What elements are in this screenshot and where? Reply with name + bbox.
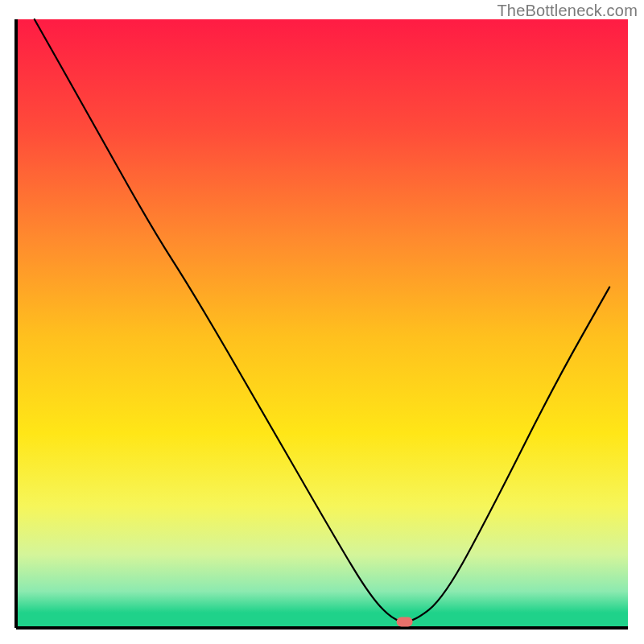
gradient-background: [16, 19, 628, 628]
chart-stage: TheBottleneck.com: [0, 0, 644, 644]
optimal-point-marker: [397, 617, 413, 626]
watermark-text: TheBottleneck.com: [497, 2, 638, 20]
bottleneck-chart: [0, 0, 644, 644]
